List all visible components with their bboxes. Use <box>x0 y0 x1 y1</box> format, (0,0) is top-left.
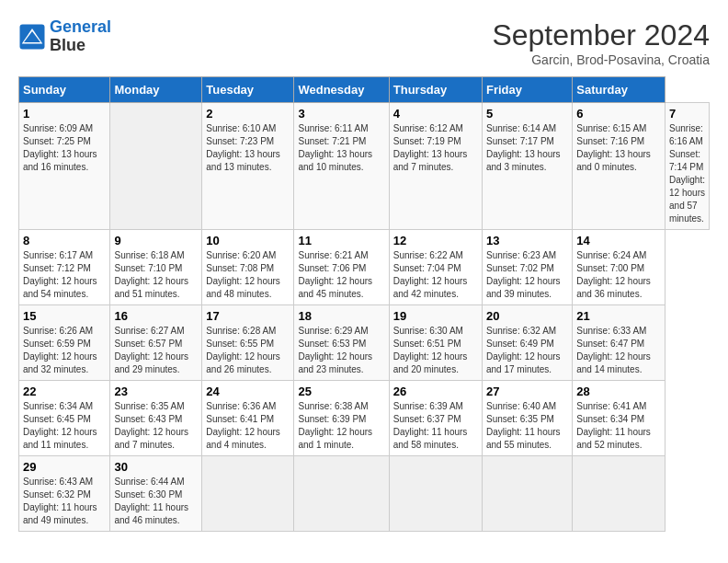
page-header: General Blue September 2024 Garcin, Brod… <box>18 18 710 67</box>
col-sunday: Sunday <box>19 77 110 103</box>
day-number: 13 <box>486 234 568 247</box>
calendar-week-row: 1Sunrise: 6:09 AM Sunset: 7:25 PM Daylig… <box>19 103 710 230</box>
table-row <box>389 456 482 532</box>
table-row: 28Sunrise: 6:41 AM Sunset: 6:34 PM Dayli… <box>573 381 665 456</box>
day-number: 14 <box>576 234 661 247</box>
calendar-week-row: 22Sunrise: 6:34 AM Sunset: 6:45 PM Dayli… <box>19 381 710 456</box>
table-row: 13Sunrise: 6:23 AM Sunset: 7:02 PM Dayli… <box>482 230 572 305</box>
logo: General Blue <box>18 18 111 55</box>
day-number: 9 <box>114 234 198 247</box>
day-info: Sunrise: 6:35 AM Sunset: 6:43 PM Dayligh… <box>114 400 198 452</box>
day-info: Sunrise: 6:41 AM Sunset: 6:34 PM Dayligh… <box>576 400 661 452</box>
calendar-header-row: Sunday Monday Tuesday Wednesday Thursday… <box>19 77 710 103</box>
day-info: Sunrise: 6:18 AM Sunset: 7:10 PM Dayligh… <box>114 249 198 301</box>
day-number: 2 <box>206 107 290 121</box>
table-row <box>573 456 665 532</box>
logo-text: General Blue <box>50 18 111 55</box>
day-number: 4 <box>393 107 478 121</box>
table-row: 22Sunrise: 6:34 AM Sunset: 6:45 PM Dayli… <box>19 381 110 456</box>
logo-icon <box>18 23 46 51</box>
table-row <box>482 456 572 532</box>
table-row: 8Sunrise: 6:17 AM Sunset: 7:12 PM Daylig… <box>19 230 110 305</box>
table-row: 1Sunrise: 6:09 AM Sunset: 7:25 PM Daylig… <box>19 103 110 230</box>
table-row: 10Sunrise: 6:20 AM Sunset: 7:08 PM Dayli… <box>202 230 294 305</box>
day-number: 3 <box>298 107 384 121</box>
col-saturday: Saturday <box>573 77 665 103</box>
day-info: Sunrise: 6:21 AM Sunset: 7:06 PM Dayligh… <box>298 249 384 301</box>
table-row: 4Sunrise: 6:12 AM Sunset: 7:19 PM Daylig… <box>389 103 482 230</box>
day-info: Sunrise: 6:09 AM Sunset: 7:25 PM Dayligh… <box>23 122 106 174</box>
table-row: 19Sunrise: 6:30 AM Sunset: 6:51 PM Dayli… <box>389 305 482 381</box>
col-tuesday: Tuesday <box>202 77 294 103</box>
table-row: 17Sunrise: 6:28 AM Sunset: 6:55 PM Dayli… <box>202 305 294 381</box>
day-number: 28 <box>576 385 661 398</box>
table-row: 15Sunrise: 6:26 AM Sunset: 6:59 PM Dayli… <box>19 305 110 381</box>
day-info: Sunrise: 6:40 AM Sunset: 6:35 PM Dayligh… <box>486 400 568 452</box>
day-number: 30 <box>114 460 198 474</box>
day-info: Sunrise: 6:43 AM Sunset: 6:32 PM Dayligh… <box>23 476 106 527</box>
day-info: Sunrise: 6:24 AM Sunset: 7:00 PM Dayligh… <box>576 249 661 301</box>
day-number: 8 <box>23 234 106 247</box>
day-number: 1 <box>23 107 106 121</box>
day-number: 22 <box>23 385 106 398</box>
title-block: September 2024 Garcin, Brod-Posavina, Cr… <box>492 18 710 67</box>
table-row: 21Sunrise: 6:33 AM Sunset: 6:47 PM Dayli… <box>573 305 665 381</box>
col-thursday: Thursday <box>389 77 482 103</box>
day-number: 5 <box>486 107 568 121</box>
day-number: 23 <box>114 385 198 398</box>
table-row: 9Sunrise: 6:18 AM Sunset: 7:10 PM Daylig… <box>110 230 202 305</box>
table-row: 26Sunrise: 6:39 AM Sunset: 6:37 PM Dayli… <box>389 381 482 456</box>
month-title: September 2024 <box>492 18 710 52</box>
day-info: Sunrise: 6:11 AM Sunset: 7:21 PM Dayligh… <box>298 122 384 174</box>
calendar-week-row: 29Sunrise: 6:43 AM Sunset: 6:32 PM Dayli… <box>19 456 710 532</box>
day-number: 26 <box>393 385 478 398</box>
day-info: Sunrise: 6:16 AM Sunset: 7:14 PM Dayligh… <box>669 122 705 225</box>
day-number: 7 <box>669 107 705 121</box>
day-number: 11 <box>298 234 384 247</box>
day-number: 24 <box>206 385 290 398</box>
day-info: Sunrise: 6:44 AM Sunset: 6:30 PM Dayligh… <box>114 476 198 527</box>
day-number: 17 <box>206 309 290 323</box>
table-row: 23Sunrise: 6:35 AM Sunset: 6:43 PM Dayli… <box>110 381 202 456</box>
day-number: 25 <box>298 385 384 398</box>
table-row: 5Sunrise: 6:14 AM Sunset: 7:17 PM Daylig… <box>482 103 572 230</box>
day-number: 18 <box>298 309 384 323</box>
day-info: Sunrise: 6:14 AM Sunset: 7:17 PM Dayligh… <box>486 122 568 174</box>
day-info: Sunrise: 6:22 AM Sunset: 7:04 PM Dayligh… <box>393 249 478 301</box>
table-row: 30Sunrise: 6:44 AM Sunset: 6:30 PM Dayli… <box>110 456 202 532</box>
col-monday: Monday <box>110 77 202 103</box>
day-info: Sunrise: 6:32 AM Sunset: 6:49 PM Dayligh… <box>486 325 568 376</box>
table-row: 6Sunrise: 6:15 AM Sunset: 7:16 PM Daylig… <box>573 103 665 230</box>
day-number: 15 <box>23 309 106 323</box>
day-info: Sunrise: 6:23 AM Sunset: 7:02 PM Dayligh… <box>486 249 568 301</box>
table-row <box>202 456 294 532</box>
day-number: 10 <box>206 234 290 247</box>
day-info: Sunrise: 6:10 AM Sunset: 7:23 PM Dayligh… <box>206 122 290 174</box>
table-row: 16Sunrise: 6:27 AM Sunset: 6:57 PM Dayli… <box>110 305 202 381</box>
day-info: Sunrise: 6:34 AM Sunset: 6:45 PM Dayligh… <box>23 400 106 452</box>
day-number: 20 <box>486 309 568 323</box>
table-row: 3Sunrise: 6:11 AM Sunset: 7:21 PM Daylig… <box>294 103 389 230</box>
table-row: 18Sunrise: 6:29 AM Sunset: 6:53 PM Dayli… <box>294 305 389 381</box>
day-info: Sunrise: 6:27 AM Sunset: 6:57 PM Dayligh… <box>114 325 198 376</box>
day-number: 16 <box>114 309 198 323</box>
day-info: Sunrise: 6:28 AM Sunset: 6:55 PM Dayligh… <box>206 325 290 376</box>
table-row: 20Sunrise: 6:32 AM Sunset: 6:49 PM Dayli… <box>482 305 572 381</box>
day-number: 21 <box>576 309 661 323</box>
day-info: Sunrise: 6:26 AM Sunset: 6:59 PM Dayligh… <box>23 325 106 376</box>
table-row <box>294 456 389 532</box>
day-info: Sunrise: 6:12 AM Sunset: 7:19 PM Dayligh… <box>393 122 478 174</box>
day-info: Sunrise: 6:38 AM Sunset: 6:39 PM Dayligh… <box>298 400 384 452</box>
day-info: Sunrise: 6:30 AM Sunset: 6:51 PM Dayligh… <box>393 325 478 376</box>
table-row: 27Sunrise: 6:40 AM Sunset: 6:35 PM Dayli… <box>482 381 572 456</box>
day-number: 12 <box>393 234 478 247</box>
table-row: 12Sunrise: 6:22 AM Sunset: 7:04 PM Dayli… <box>389 230 482 305</box>
location-subtitle: Garcin, Brod-Posavina, Croatia <box>492 52 710 67</box>
table-row: 25Sunrise: 6:38 AM Sunset: 6:39 PM Dayli… <box>294 381 389 456</box>
table-row <box>110 103 202 230</box>
day-info: Sunrise: 6:17 AM Sunset: 7:12 PM Dayligh… <box>23 249 106 301</box>
day-number: 29 <box>23 460 106 474</box>
calendar-week-row: 8Sunrise: 6:17 AM Sunset: 7:12 PM Daylig… <box>19 230 710 305</box>
table-row: 7Sunrise: 6:16 AM Sunset: 7:14 PM Daylig… <box>665 103 710 230</box>
calendar-week-row: 15Sunrise: 6:26 AM Sunset: 6:59 PM Dayli… <box>19 305 710 381</box>
